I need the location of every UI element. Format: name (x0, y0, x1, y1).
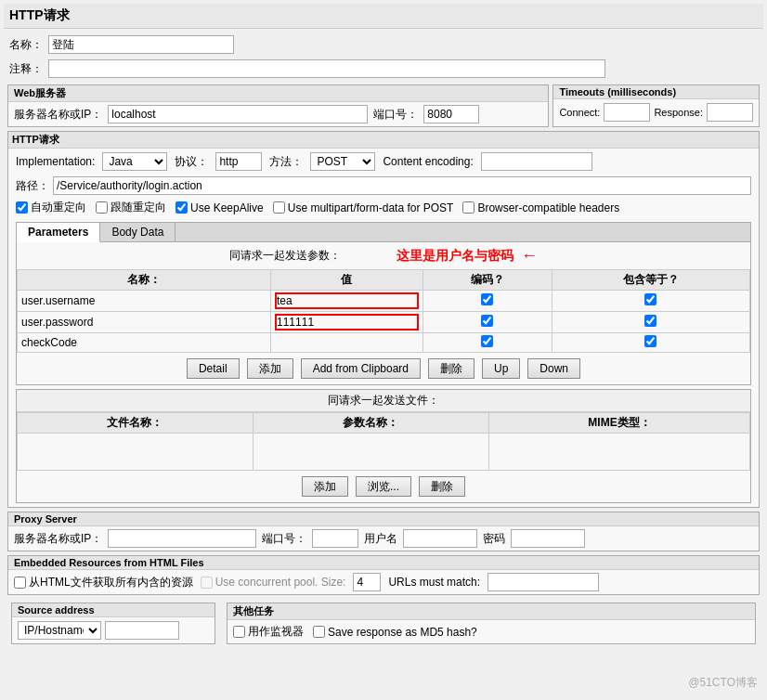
web-server-title: Web服务器 (8, 85, 548, 102)
embedded-title: Embedded Resources from HTML Files (8, 556, 759, 570)
impl-label: Implementation: (16, 155, 95, 168)
proxy-server-input[interactable] (108, 529, 256, 548)
web-server-row: 服务器名称或IP： 端口号： (8, 102, 548, 126)
concurrent-check[interactable] (201, 577, 213, 589)
tab-body-data[interactable]: Body Data (100, 223, 176, 241)
param-encoded-2 (422, 312, 552, 333)
http-request-section: HTTP请求 Implementation: Java 协议： 方法： POST… (7, 131, 760, 508)
encoding-input[interactable] (481, 152, 592, 171)
fetch-all-check[interactable] (14, 577, 26, 589)
detail-button[interactable]: Detail (187, 358, 240, 379)
follow-redirect-label: 跟随重定向 (110, 200, 166, 215)
source-section: Source address IP/Hostname (11, 603, 215, 644)
encoding-label: Content encoding: (383, 155, 473, 168)
param-encoded-3 (422, 333, 552, 353)
server-input[interactable] (108, 105, 368, 123)
add-param-button[interactable]: 添加 (247, 358, 293, 379)
response-label: Response: (654, 107, 703, 118)
port-input[interactable] (423, 105, 479, 123)
checkbox-concurrent: Use concurrent pool. Size: (201, 576, 346, 589)
impl-select[interactable]: Java (102, 152, 167, 171)
path-row: 路径： (8, 175, 759, 197)
param-name-3: checkCode (18, 333, 271, 353)
source-dropdown[interactable]: IP/Hostname (18, 621, 101, 640)
param-include-2 (552, 312, 749, 333)
path-input[interactable] (53, 176, 751, 195)
method-select[interactable]: POST GET (310, 152, 375, 171)
md5-label: Save response as MD5 hash? (328, 626, 477, 639)
checkbox-follow-redirect: 跟随重定向 (96, 200, 166, 215)
name-input[interactable] (48, 35, 234, 54)
embedded-row: 从HTML文件获取所有内含的资源 Use concurrent pool. Si… (8, 570, 759, 594)
response-input[interactable] (707, 103, 753, 122)
proxy-user-label: 用户名 (364, 531, 397, 547)
browse-button[interactable]: 浏览... (356, 476, 411, 497)
proxy-row: 服务器名称或IP： 端口号： 用户名 密码 (8, 526, 759, 551)
comment-input[interactable] (48, 59, 605, 78)
top-sections-row: Web服务器 服务器名称或IP： 端口号： Timeouts (millisec… (7, 84, 760, 127)
down-button[interactable]: Down (527, 358, 580, 379)
keepalive-check[interactable] (176, 201, 188, 214)
md5-check[interactable] (313, 626, 325, 638)
file-name-cell (18, 434, 254, 471)
tab-bar: Parameters Body Data (17, 223, 750, 242)
file-row (18, 434, 750, 471)
tab-parameters[interactable]: Parameters (17, 223, 100, 242)
multipart-check[interactable] (273, 201, 285, 214)
file-param-cell (253, 434, 488, 471)
proxy-title: Proxy Server (8, 512, 759, 526)
file-param-header: 参数名称： (253, 413, 488, 434)
delete-file-button[interactable]: 删除 (419, 476, 465, 497)
proxy-port-input[interactable] (312, 529, 358, 548)
proxy-server-label: 服务器名称或IP： (14, 531, 102, 547)
browser-compat-check[interactable] (462, 201, 474, 214)
auto-redirect-check[interactable] (16, 201, 28, 214)
source-title: Source address (12, 603, 214, 617)
proxy-user-input[interactable] (403, 529, 477, 548)
follow-redirect-check[interactable] (96, 201, 108, 214)
connect-input[interactable] (604, 103, 650, 122)
timeouts-title: Timeouts (milliseconds) (553, 85, 759, 99)
files-title: 同请求一起发送文件： (17, 390, 750, 412)
checkbox-multipart: Use multipart/form-data for POST (273, 201, 454, 214)
table-row: user.password 111111 (18, 312, 750, 333)
param-name-2: user.password (18, 312, 271, 333)
tabs-container: Parameters Body Data 同请求一起发送参数： 这里是用户名与密… (16, 222, 751, 385)
source-input[interactable] (105, 621, 179, 640)
urls-input[interactable] (488, 573, 599, 591)
source-row: IP/Hostname (12, 617, 214, 643)
name-row: 名称： (4, 32, 763, 57)
param-value-2: 111111 (271, 312, 423, 333)
protocol-input[interactable] (215, 152, 262, 171)
col-encoded-header: 编码？ (422, 270, 552, 291)
params-note-row: 同请求一起发送参数： 这里是用户名与密码 ← (17, 242, 750, 269)
monitor-check[interactable] (233, 626, 245, 638)
param-buttons-row: Detail 添加 Add from Clipboard 删除 Up Down (17, 353, 750, 384)
method-label: 方法： (269, 154, 303, 170)
checkbox-fetch-all: 从HTML文件获取所有内含的资源 (14, 575, 193, 590)
file-mime-cell (488, 434, 749, 471)
other-row: 用作监视器 Save response as MD5 hash? (228, 620, 755, 643)
http-section-label: HTTP请求 (8, 132, 759, 149)
proxy-port-label: 端口号： (262, 531, 306, 547)
add-file-button[interactable]: 添加 (302, 476, 348, 497)
params-table: 名称： 值 编码？ 包含等于？ user.username tea (17, 269, 750, 353)
impl-row: Implementation: Java 协议： 方法： POST GET Co… (8, 149, 759, 175)
up-button[interactable]: Up (482, 358, 520, 379)
port-label: 端口号： (373, 107, 418, 123)
pool-size-input[interactable] (353, 573, 381, 591)
file-name-header: 文件名称： (18, 413, 254, 434)
files-section: 同请求一起发送文件： 文件名称： 参数名称： MIME类型： (16, 389, 751, 503)
add-clipboard-button[interactable]: Add from Clipboard (301, 358, 421, 379)
urls-label: URLs must match: (388, 576, 480, 589)
proxy-pass-label: 密码 (483, 531, 505, 547)
server-label: 服务器名称或IP： (14, 107, 102, 123)
main-container: HTTP请求 名称： 注释： Web服务器 服务器名称或IP： 端口号： Tim… (0, 0, 767, 655)
connect-label: Connect: (559, 107, 600, 118)
delete-param-button[interactable]: 删除 (428, 358, 474, 379)
table-row: checkCode (18, 333, 750, 353)
proxy-pass-input[interactable] (511, 529, 585, 548)
timeouts-section: Timeouts (milliseconds) Connect: Respons… (552, 84, 760, 127)
file-mime-header: MIME类型： (488, 413, 749, 434)
arrow-icon: ← (521, 246, 538, 266)
